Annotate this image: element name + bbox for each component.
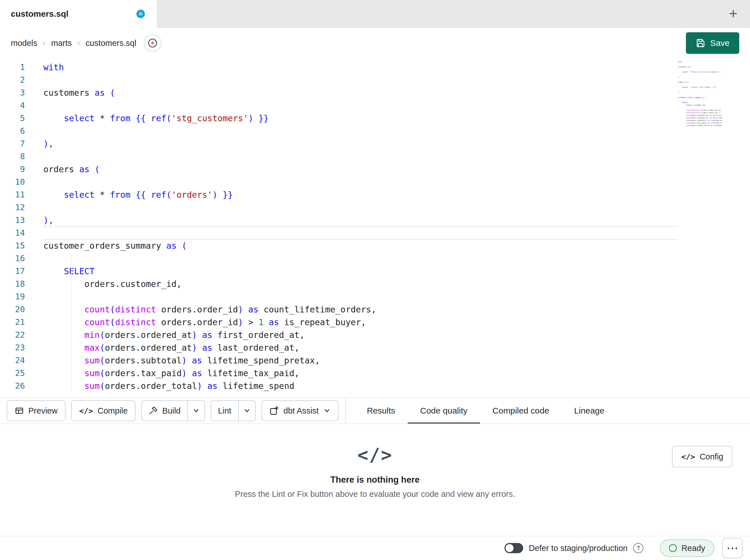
breadcrumb-item[interactable]: customers.sql: [86, 39, 136, 48]
ready-status-badge[interactable]: Ready: [660, 539, 714, 557]
line-number: 12: [0, 201, 25, 214]
dbt-assist-label: dbt Assist: [283, 406, 319, 416]
dbt-assist-button[interactable]: dbt Assist: [261, 400, 339, 421]
minimap[interactable]: withcustomers as ( select * from {{ ref(…: [678, 60, 722, 129]
breadcrumb-item[interactable]: models: [11, 39, 37, 48]
code-line[interactable]: 17 SELECT: [0, 265, 750, 277]
preview-label: Preview: [28, 406, 58, 416]
more-options-button[interactable]: ⋯: [722, 538, 743, 558]
empty-state-subtitle: Press the Lint or Fix button above to ev…: [0, 490, 750, 499]
lint-label: Lint: [218, 406, 231, 416]
line-number: 20: [0, 303, 25, 316]
line-number: 24: [0, 354, 25, 367]
code-line[interactable]: 20 count(distinct orders.order_id) as co…: [0, 303, 750, 316]
line-number: 22: [0, 329, 25, 341]
lint-button[interactable]: Lint: [211, 401, 238, 421]
compile-button[interactable]: </> Compile: [71, 400, 136, 421]
code-line[interactable]: 13),: [0, 214, 750, 227]
code-line[interactable]: 23 max(orders.ordered_at) as last_ordere…: [0, 341, 750, 354]
tab-title: customers.sql: [11, 9, 68, 19]
line-number: 16: [0, 252, 25, 265]
help-icon[interactable]: ?: [633, 543, 644, 553]
line-number: 11: [0, 188, 25, 201]
line-number: 25: [0, 367, 25, 379]
code-line[interactable]: 22 min(orders.ordered_at) as first_order…: [0, 329, 750, 341]
unsaved-indicator-icon: [136, 9, 145, 18]
code-line[interactable]: 21 count(distinct orders.order_id) > 1 a…: [0, 316, 750, 329]
compile-label: Compile: [98, 406, 127, 416]
code-line[interactable]: 25 sum(orders.tax_paid) as lifetime_tax_…: [0, 367, 750, 379]
code-editor[interactable]: 1with23customers as (45 select * from {{…: [0, 59, 750, 398]
code-icon: </>: [79, 407, 93, 415]
chevron-down-icon: [193, 407, 200, 414]
code-lines: 1with23customers as (45 select * from {{…: [0, 61, 750, 392]
code-line[interactable]: 3customers as (: [0, 86, 750, 99]
code-line[interactable]: 12: [0, 201, 750, 214]
line-number: 1: [0, 61, 25, 74]
status-bar: Defer to staging/production ? Ready ⋯: [0, 536, 750, 560]
code-line[interactable]: 26 sum(orders.order_total) as lifetime_s…: [0, 379, 750, 392]
defer-toggle-group: Defer to staging/production ?: [505, 543, 644, 553]
build-button[interactable]: Build: [142, 401, 188, 421]
dbt-model-icon: [147, 37, 158, 49]
code-line[interactable]: 10: [0, 175, 750, 188]
minimap-content: withcustomers as ( select * from {{ ref(…: [678, 60, 722, 127]
preview-button[interactable]: Preview: [7, 400, 65, 421]
code-line[interactable]: 18 orders.customer_id,: [0, 277, 750, 290]
line-number: 26: [0, 379, 25, 392]
line-number: 14: [0, 227, 25, 240]
build-label: Build: [162, 406, 181, 416]
line-number: 15: [0, 240, 25, 252]
line-number: 8: [0, 150, 25, 163]
editor-toolbar: Preview </> Compile Build Lint: [0, 398, 750, 424]
breadcrumb-item[interactable]: marts: [51, 39, 72, 48]
defer-label: Defer to staging/production: [529, 544, 628, 553]
defer-toggle[interactable]: [505, 543, 523, 553]
code-line[interactable]: 4: [0, 99, 750, 112]
build-dropdown-button[interactable]: [188, 401, 204, 421]
tab-customers-sql[interactable]: customers.sql: [0, 0, 157, 27]
line-number: 23: [0, 341, 25, 354]
code-line[interactable]: 24 sum(orders.subtotal) as lifetime_spen…: [0, 354, 750, 367]
code-line[interactable]: 2: [0, 74, 750, 86]
panel-tab-results[interactable]: Results: [354, 398, 408, 423]
toggle-knob: [506, 544, 514, 552]
code-line[interactable]: 5 select * from {{ ref('stg_customers') …: [0, 112, 750, 125]
code-line[interactable]: 15customer_orders_summary as (: [0, 240, 750, 252]
code-line[interactable]: 9orders as (: [0, 163, 750, 175]
save-button[interactable]: Save: [686, 32, 739, 54]
code-line[interactable]: 7),: [0, 138, 750, 150]
build-button-group: Build: [141, 400, 205, 421]
panel-tab-lineage[interactable]: Lineage: [562, 398, 617, 423]
line-number: 6: [0, 125, 25, 138]
breadcrumb-separator-icon: ›: [77, 39, 80, 47]
status-circle-icon: [669, 544, 677, 552]
code-line[interactable]: 19: [0, 290, 750, 303]
new-tab-button[interactable]: +: [729, 6, 737, 21]
lint-dropdown-button[interactable]: [239, 401, 255, 421]
line-number: 5: [0, 112, 25, 125]
code-line[interactable]: 11 select * from {{ ref('orders') }}: [0, 188, 750, 201]
breadcrumb: models›marts›customers.sql: [11, 39, 136, 48]
code-line[interactable]: 14: [0, 227, 750, 240]
code-line[interactable]: 6: [0, 125, 750, 138]
line-number: 21: [0, 316, 25, 329]
empty-state: </> There is nothing here Press the Lint…: [0, 424, 750, 499]
code-line[interactable]: 1with: [0, 61, 750, 74]
line-number: 7: [0, 138, 25, 150]
panel-tab-code-quality[interactable]: Code quality: [408, 398, 480, 423]
config-button[interactable]: </> Config: [672, 446, 732, 468]
code-line[interactable]: 8: [0, 150, 750, 163]
lint-button-group: Lint: [211, 400, 256, 421]
line-number: 10: [0, 175, 25, 188]
code-line[interactable]: 16: [0, 252, 750, 265]
panel-tab-compiled-code[interactable]: Compiled code: [480, 398, 562, 423]
save-icon: [695, 38, 705, 48]
config-label: Config: [699, 452, 723, 461]
code-quality-panel: </> Config </> There is nothing here Pre…: [0, 424, 750, 536]
assist-sparkle-icon: [269, 406, 279, 416]
model-badge-button[interactable]: [144, 34, 161, 52]
indent-guide: [71, 253, 72, 392]
file-header-row: models›marts›customers.sql Save: [0, 27, 750, 59]
empty-state-title: There is nothing here: [0, 475, 750, 485]
